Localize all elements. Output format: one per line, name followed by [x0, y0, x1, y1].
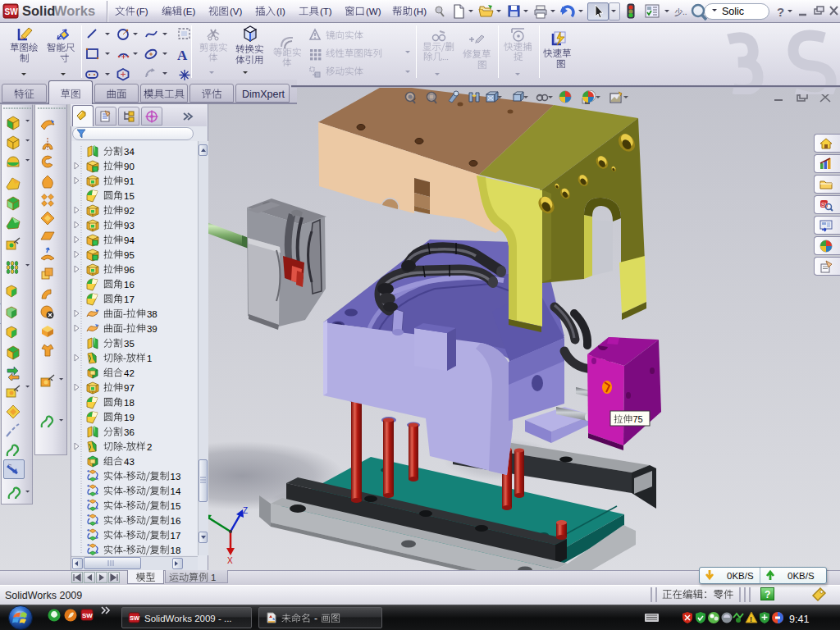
- svg-text:Z: Z: [243, 506, 248, 515]
- svg-text:SW: SW: [82, 612, 93, 619]
- svg-text:!: !: [750, 615, 752, 623]
- svg-text:SW: SW: [5, 7, 19, 16]
- svg-text:SW: SW: [130, 614, 140, 622]
- svg-text:A: A: [177, 48, 188, 62]
- svg-text:X: X: [227, 556, 233, 565]
